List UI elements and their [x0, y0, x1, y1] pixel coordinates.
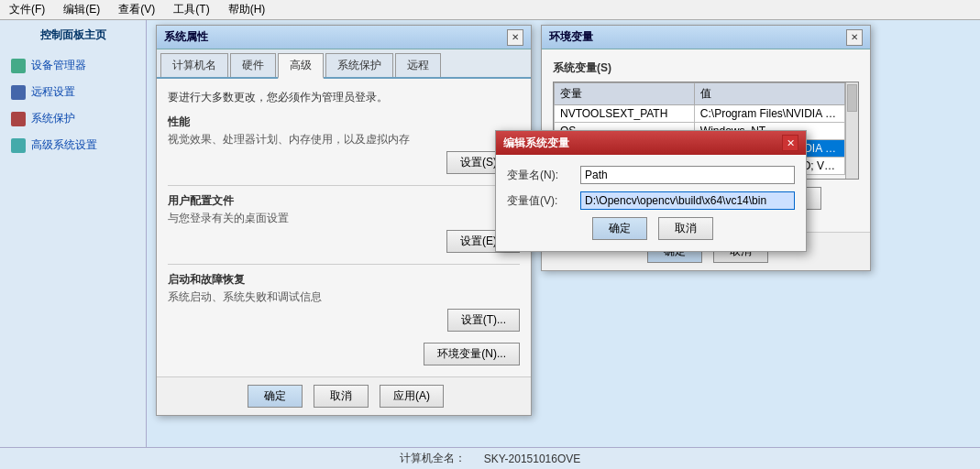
remote-icon: [11, 85, 26, 100]
env-variables-button[interactable]: 环境变量(N)...: [424, 343, 520, 365]
menubar: 文件(F) 编辑(E) 查看(V) 工具(T) 帮助(H): [0, 0, 980, 20]
startup-settings-button[interactable]: 设置(T)...: [447, 309, 520, 332]
user-profile-section: 用户配置文件 与您登录有关的桌面设置 设置(E)...: [168, 193, 520, 253]
env-dialog-close-button[interactable]: ✕: [846, 29, 863, 46]
advanced-icon: [11, 138, 26, 153]
user-profile-title: 用户配置文件: [168, 193, 520, 209]
sys-props-titlebar: 系统属性 ✕: [157, 26, 531, 49]
sys-props-footer: 确定 取消 应用(A): [157, 376, 531, 415]
tab-bar: 计算机名 硬件 高级 系统保护 远程: [157, 49, 531, 79]
env-dialog-titlebar: 环境变量 ✕: [542, 26, 870, 49]
var-value-input[interactable]: [580, 191, 795, 210]
col-variable-header: 变量: [555, 83, 695, 105]
sys-props-content: 要进行大多数更改，您必须作为管理员登录。 性能 视觉效果、处理器计划、内存使用，…: [157, 79, 531, 376]
var-value-row: 变量值(V):: [507, 191, 795, 210]
sidebar-item-device-manager[interactable]: 设备管理器: [7, 54, 138, 77]
menu-help[interactable]: 帮助(H): [223, 0, 271, 19]
table-scrollbar[interactable]: [845, 82, 858, 179]
sidebar-item-label: 高级系统设置: [31, 137, 97, 153]
system-properties-dialog: 系统属性 ✕ 计算机名 硬件 高级 系统保护 远程 要进行大多数更改，您必须作为…: [156, 25, 532, 416]
var-value-label: 变量值(V):: [507, 193, 580, 209]
sidebar-item-protection[interactable]: 系统保护: [7, 107, 138, 130]
sidebar-item-label: 设备管理器: [31, 58, 86, 73]
edit-dialog-close-button[interactable]: ✕: [782, 135, 798, 151]
var-name-row: 变量名(N):: [507, 166, 795, 184]
menu-view[interactable]: 查看(V): [113, 0, 160, 19]
edit-system-variable-dialog: 编辑系统变量 ✕ 变量名(N): 变量值(V): 确定 取消: [495, 130, 807, 252]
computer-name-value: SKY-20151016OVE: [484, 453, 581, 465]
performance-desc: 视觉效果、处理器计划、内存使用，以及虚拟内存: [168, 132, 520, 147]
panel-title: 控制面板主页: [7, 27, 138, 43]
device-icon: [11, 59, 26, 73]
col-value-header: 值: [694, 83, 844, 105]
performance-title: 性能: [168, 115, 520, 130]
tab-system-protection[interactable]: 系统保护: [325, 53, 393, 77]
protect-icon: [11, 112, 26, 126]
sys-props-close-button[interactable]: ✕: [507, 29, 523, 46]
menu-edit[interactable]: 编辑(E): [58, 0, 105, 19]
edit-cancel-button[interactable]: 取消: [658, 217, 713, 240]
startup-desc: 系统启动、系统失败和调试信息: [168, 289, 520, 305]
sys-props-apply-button[interactable]: 应用(A): [380, 385, 444, 408]
scrollbar-thumb[interactable]: [847, 84, 857, 112]
performance-section: 性能 视觉效果、处理器计划、内存使用，以及虚拟内存 设置(S)...: [168, 115, 520, 174]
menu-tools[interactable]: 工具(T): [168, 0, 215, 19]
edit-dialog-titlebar: 编辑系统变量 ✕: [496, 131, 806, 155]
tab-advanced[interactable]: 高级: [278, 53, 324, 79]
tab-computer-name[interactable]: 计算机名: [160, 53, 228, 77]
var-name-cell: NVTOOLSEXT_PATH: [555, 105, 695, 123]
startup-section: 启动和故障恢复 系统启动、系统失败和调试信息 设置(T)...: [168, 272, 520, 332]
center-area: 系统属性 ✕ 计算机名 硬件 高级 系统保护 远程 要进行大多数更改，您必须作为…: [147, 20, 980, 469]
main-area: 控制面板主页 设备管理器 远程设置 系统保护 高级系统设置 系统属性 ✕: [0, 20, 980, 469]
var-name-label: 变量名(N):: [507, 168, 580, 183]
computer-name-label: 计算机全名：: [400, 451, 466, 466]
sidebar-item-advanced[interactable]: 高级系统设置: [7, 134, 138, 157]
sys-props-title: 系统属性: [164, 29, 208, 45]
sidebar-item-label: 系统保护: [31, 111, 75, 126]
sys-props-cancel-button[interactable]: 取消: [314, 385, 369, 408]
var-name-input[interactable]: [580, 166, 795, 184]
sidebar-item-label: 远程设置: [31, 84, 75, 100]
user-profile-desc: 与您登录有关的桌面设置: [168, 211, 520, 226]
divider-1: [168, 185, 520, 186]
menu-file[interactable]: 文件(F): [4, 0, 50, 19]
sidebar-item-remote[interactable]: 远程设置: [7, 81, 138, 104]
tab-remote[interactable]: 远程: [395, 53, 441, 77]
tab-hardware[interactable]: 硬件: [230, 53, 276, 77]
edit-dialog-title: 编辑系统变量: [503, 136, 569, 151]
table-row[interactable]: NVTOOLSEXT_PATHC:\Program Files\NVIDIA C…: [555, 105, 845, 123]
var-value-cell: C:\Program Files\NVIDIA Corpora...: [694, 105, 844, 123]
left-panel: 控制面板主页 设备管理器 远程设置 系统保护 高级系统设置: [0, 20, 147, 469]
env-dialog-title: 环境变量: [549, 29, 593, 45]
edit-dialog-content: 变量名(N): 变量值(V): 确定 取消: [496, 155, 806, 251]
sys-props-ok-button[interactable]: 确定: [248, 385, 303, 408]
edit-ok-button[interactable]: 确定: [592, 217, 647, 240]
startup-title: 启动和故障恢复: [168, 272, 520, 288]
bottom-bar: 计算机全名： SKY-20151016OVE: [0, 447, 980, 469]
divider-2: [168, 264, 520, 265]
sys-vars-title: 系统变量(S): [553, 60, 859, 76]
admin-notice: 要进行大多数更改，您必须作为管理员登录。: [168, 90, 520, 105]
